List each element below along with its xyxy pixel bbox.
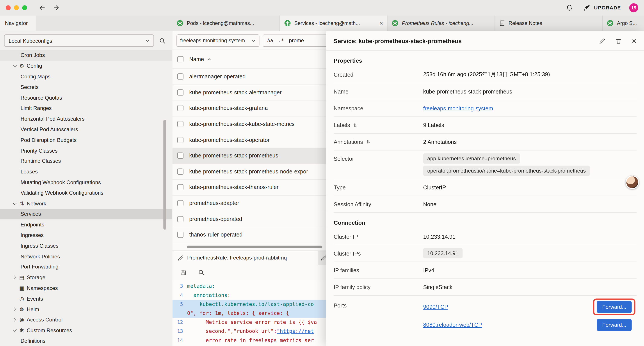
- table-row[interactable]: kube-prometheus-stack-prometheus-node-ex…: [172, 164, 326, 180]
- row-checkbox[interactable]: [177, 121, 184, 127]
- sidebar-item-limit-ranges[interactable]: Limit Ranges: [0, 103, 172, 113]
- port-link[interactable]: 8080:reloader-web/TCP: [423, 322, 482, 328]
- table-row[interactable]: kube-prometheus-stack-operator: [172, 132, 326, 148]
- chevron-down-icon[interactable]: [11, 202, 18, 205]
- sidebar-item-network[interactable]: ⇅Network: [0, 198, 172, 209]
- chevron-right-icon[interactable]: [11, 276, 18, 279]
- forward-button[interactable]: Forward...: [597, 301, 632, 313]
- namespace-link[interactable]: freeleaps-monitoring-system: [423, 105, 493, 111]
- table-row[interactable]: thanos-ruler-operated: [172, 227, 326, 243]
- row-checkbox[interactable]: [177, 105, 184, 111]
- table-row[interactable]: kube-prometheus-stack-alertmanager: [172, 85, 326, 100]
- navigator-panel-tab[interactable]: Navigator: [0, 15, 36, 31]
- editor-tab-partial[interactable]: [318, 251, 326, 265]
- user-avatar[interactable]: [626, 175, 639, 189]
- search-input[interactable]: prome: [289, 37, 304, 43]
- editor-tab[interactable]: PrometheusRule: freeleaps-prod-rabbitmq: [172, 251, 318, 265]
- sidebar-item-runtime-classes[interactable]: Runtime Classes: [0, 156, 172, 166]
- sidebar-item-access-control[interactable]: ◉Access Control: [0, 315, 172, 325]
- row-checkbox[interactable]: [177, 232, 184, 238]
- back-button[interactable]: [37, 2, 48, 13]
- forward-button[interactable]: [51, 2, 62, 13]
- app-tab-argo-s[interactable]: Argo S...: [602, 15, 644, 31]
- sidebar-item-services[interactable]: Services: [0, 209, 172, 219]
- sidebar-item-endpoints[interactable]: Endpoints: [0, 219, 172, 230]
- sidebar-item-helm[interactable]: ☸Helm: [0, 304, 172, 315]
- sort-toggle-icon[interactable]: ⇅: [353, 122, 357, 128]
- row-checkbox[interactable]: [177, 200, 184, 206]
- row-checkbox[interactable]: [177, 216, 184, 222]
- chevron-down-icon[interactable]: [11, 329, 18, 332]
- sidebar-item-mutating-webhook-configurations[interactable]: Mutating Webhook Configurations: [0, 177, 172, 187]
- delete-button[interactable]: [615, 37, 622, 44]
- tab-close-icon[interactable]: ×: [380, 20, 383, 27]
- sidebar-item-priority-classes[interactable]: Priority Classes: [0, 145, 172, 156]
- sidebar-item-secrets[interactable]: Secrets: [0, 82, 172, 92]
- editor-search-button[interactable]: [195, 267, 207, 278]
- sidebar-scrollbar[interactable]: [163, 120, 166, 230]
- sidebar-item-port-forwarding[interactable]: Port Forwarding: [0, 262, 172, 272]
- yaml-editor[interactable]: 3metadata:4 annotations:5 kubectl.kubern…: [172, 280, 326, 346]
- sort-toggle-icon[interactable]: ⇅: [366, 139, 370, 145]
- sidebar-item-vertical-pod-autoscalers[interactable]: Vertical Pod Autoscalers: [0, 124, 172, 135]
- sidebar-item-horizontal-pod-autoscalers[interactable]: Horizontal Pod Autoscalers: [0, 113, 172, 124]
- port-link[interactable]: 9090/TCP: [423, 304, 448, 310]
- sidebar-item-leases[interactable]: Leases: [0, 166, 172, 177]
- app-tab-prometheus-rules-icecheng[interactable]: Prometheus Rules - icecheng...: [388, 15, 495, 31]
- close-button[interactable]: ×: [632, 37, 636, 45]
- sidebar-item-ingresses[interactable]: Ingresses: [0, 230, 172, 240]
- table-row[interactable]: prometheus-operated: [172, 211, 326, 227]
- row-checkbox[interactable]: [177, 168, 184, 175]
- sidebar-item-label: Resource Quotas: [20, 95, 62, 101]
- minimize-window-button[interactable]: [14, 5, 19, 10]
- sidebar-item-label: Runtime Classes: [20, 158, 61, 164]
- regex-toggle[interactable]: .*: [278, 37, 284, 43]
- match-case-toggle[interactable]: Aa: [267, 37, 273, 43]
- row-checkbox[interactable]: [177, 89, 184, 95]
- upgrade-button[interactable]: UPGRADE: [583, 4, 621, 12]
- sidebar-item-config-maps[interactable]: Config Maps: [0, 71, 172, 82]
- table-row[interactable]: prometheus-adapter: [172, 196, 326, 211]
- sidebar-item-config[interactable]: ⚙Config: [0, 61, 172, 71]
- chevron-down-icon[interactable]: [11, 64, 18, 67]
- row-checkbox[interactable]: [177, 184, 184, 191]
- row-checkbox[interactable]: [177, 137, 184, 143]
- zoom-window-button[interactable]: [22, 5, 27, 10]
- notifications-button[interactable]: [564, 2, 575, 13]
- sidebar-search-button[interactable]: [156, 35, 168, 46]
- sidebar-item-definitions[interactable]: Definitions: [0, 336, 172, 346]
- sidebar-item-ingress-classes[interactable]: Ingress Classes: [0, 240, 172, 251]
- chevron-right-icon[interactable]: [11, 308, 18, 311]
- table-row[interactable]: alertmanager-operated: [172, 69, 326, 85]
- sidebar-item-events[interactable]: ◷Events: [0, 293, 172, 304]
- sidebar-item-cron-jobs[interactable]: Cron Jobs: [0, 50, 172, 60]
- table-row[interactable]: kube-prometheus-stack-kube-state-metrics: [172, 116, 326, 132]
- sidebar-item-storage[interactable]: ▤Storage: [0, 272, 172, 283]
- app-tab-pods-icecheng-mathmas[interactable]: Pods - icecheng@mathmas...: [172, 15, 280, 31]
- save-button[interactable]: [177, 267, 189, 278]
- sidebar-item-pod-disruption-budgets[interactable]: Pod Disruption Budgets: [0, 135, 172, 145]
- edit-button[interactable]: [599, 37, 606, 44]
- sidebar-item-namespaces[interactable]: ▣Namespaces: [0, 283, 172, 293]
- chevron-right-icon[interactable]: [11, 319, 18, 321]
- sidebar-item-network-policies[interactable]: Network Policies: [0, 251, 172, 262]
- app-tab-release-notes[interactable]: Release Notes: [495, 15, 602, 31]
- horizontal-scrollbar[interactable]: [187, 246, 322, 248]
- row-checkbox[interactable]: [177, 74, 184, 80]
- select-all-checkbox[interactable]: [177, 56, 184, 62]
- sidebar-item-resource-quotas[interactable]: Resource Quotas: [0, 92, 172, 103]
- sidebar-item-custom-resources[interactable]: ✱Custom Resources: [0, 325, 172, 336]
- close-window-button[interactable]: [6, 5, 10, 10]
- sidebar-item-validating-webhook-configurations[interactable]: Validating Webhook Configurations: [0, 187, 172, 198]
- app-tab-services-icecheng-math[interactable]: Services - icecheng@math...×: [280, 15, 388, 31]
- table-row[interactable]: kube-prometheus-stack-prometheus: [172, 148, 326, 164]
- name-column-header[interactable]: Name: [189, 56, 211, 62]
- kubeconfig-selector[interactable]: Local Kubeconfigs: [4, 34, 154, 47]
- table-row[interactable]: kube-prometheus-stack-thanos-ruler: [172, 180, 326, 195]
- forward-button[interactable]: Forward...: [597, 319, 632, 331]
- trash-icon: [615, 37, 622, 44]
- row-checkbox[interactable]: [177, 153, 184, 159]
- namespace-filter[interactable]: freeleaps-monitoring-system: [176, 34, 259, 46]
- table-row[interactable]: kube-prometheus-stack-grafana: [172, 100, 326, 116]
- notification-count-badge[interactable]: 15: [629, 3, 638, 12]
